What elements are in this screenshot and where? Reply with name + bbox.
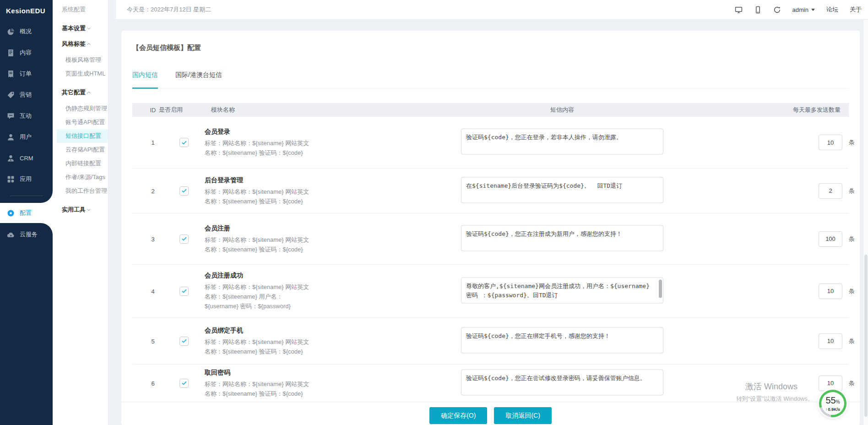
enabled-checkbox[interactable] — [179, 234, 189, 244]
enabled-checkbox[interactable] — [179, 337, 189, 346]
phone-icon[interactable] — [754, 6, 762, 14]
sms-content-textarea[interactable]: 验证码${code}，您正在绑定手机号，感谢您的支持！ — [461, 327, 663, 353]
tab-domestic-sms[interactable]: 国内短信 — [132, 71, 158, 89]
sidebar-item-config[interactable]: 配置 — [0, 203, 53, 223]
forum-link[interactable]: 论坛 — [826, 5, 838, 14]
nav-sub-item[interactable]: 账号通API配置 — [53, 115, 108, 129]
nav-sub-item[interactable]: 作者/来源/Tags — [53, 170, 108, 184]
sidebar-item-2[interactable]: 订单 — [0, 63, 53, 84]
module-desc: 标签：网站名称：${sitename} 网站英文名称：${siteename} … — [205, 234, 314, 254]
module-desc-line: 标签：网站名称：${sitename} 网站英文 — [205, 186, 314, 196]
daily-limit-input[interactable] — [819, 135, 842, 150]
progress-ring: 55% ↑0.9K/s — [821, 392, 844, 415]
daily-limit-input[interactable] — [819, 183, 842, 199]
nav-sub-item-active[interactable]: 短信接口配置 — [57, 129, 108, 143]
upload-arrow-icon: ↑ — [825, 407, 828, 412]
refresh-icon[interactable] — [773, 6, 781, 14]
nav-section-children: 伪静态规则管理账号通API配置短信接口配置云存储API配置内部链接配置作者/来源… — [53, 102, 108, 198]
order-icon — [7, 70, 15, 78]
page-title: 【会员短信模板】配置 — [132, 44, 201, 52]
col-id-header: ID — [147, 103, 158, 117]
module-name: 取回密码 — [205, 368, 314, 376]
row-id: 3 — [147, 235, 158, 242]
app-logo: KesionEDU — [0, 0, 53, 21]
sidebar-item-label: 配置 — [20, 209, 32, 217]
module-desc: 标签：网站名称：${sitename} 网站英文名称：${siteename} … — [205, 186, 314, 206]
nav-section: 基本设置 — [53, 21, 108, 36]
daily-limit-input[interactable] — [819, 333, 842, 349]
sms-content-textarea[interactable]: 在${sitename}后台登录验证码为${code}。 回TD退订 — [461, 177, 663, 203]
sidebar-item-3[interactable]: 营销 — [0, 84, 53, 105]
nav-sub-item[interactable]: 模板风格管理 — [53, 53, 108, 67]
nav-sub-item[interactable]: 页面生成HTML — [53, 67, 108, 81]
nav-section-header-1[interactable]: 风格标签 — [53, 36, 108, 52]
module-cell: 后台登录管理 标签：网站名称：${sitename} 网站英文名称：${site… — [205, 176, 314, 206]
enabled-checkbox[interactable] — [179, 379, 189, 388]
table-row: 5 会员绑定手机 标签：网站名称：${sitename} 网站英文名称：${si… — [132, 318, 849, 365]
sidebar-item-cloud[interactable]: 云服务 — [0, 224, 53, 245]
content-cell: 在${sitename}后台登录验证码为${code}。 回TD退订 — [461, 177, 663, 205]
nav-section-header-0[interactable]: 基本设置 — [53, 21, 108, 36]
secondary-nav: 基本设置风格标签模板风格管理页面生成HTML其它配置伪静态规则管理账号通API配… — [53, 21, 108, 218]
enabled-checkbox[interactable] — [179, 186, 189, 196]
sidebar-item-0[interactable]: 概况 — [0, 21, 53, 42]
col-module-header: 模块名称 — [211, 103, 235, 117]
primary-sidebar-top-panel: KesionEDU 概况内容订单营销互动用户CRM应用 — [0, 0, 53, 203]
about-link[interactable]: 关于 — [850, 5, 862, 14]
nav-sub-item[interactable]: 内部链接配置 — [53, 157, 108, 170]
nav-sub-item[interactable]: 我的工作台管理 — [53, 184, 108, 198]
unit-label: 条 — [849, 287, 855, 295]
nav-section-header-2[interactable]: 其它配置 — [53, 85, 108, 100]
limit-cell: 条 — [819, 283, 855, 299]
sms-content-textarea[interactable]: 尊敬的客户,${sitename}网会员注册成功，用户名：${username}… — [461, 277, 663, 303]
scrollbar-thumb[interactable] — [864, 255, 868, 417]
secondary-sidebar: 系统配置 基本设置风格标签模板风格管理页面生成HTML其它配置伪静态规则管理账号… — [53, 0, 108, 425]
date-text: 今天是：2022年7月12日 星期二 — [127, 5, 735, 14]
sidebar-item-1[interactable]: 内容 — [0, 42, 53, 63]
table-header: ID 是否启用 模块名称 短信内容 每天最多发送数量 — [132, 103, 849, 117]
sms-content-textarea[interactable]: 验证码${code}，您正在注册成为新用户，感谢您的支持！ — [461, 225, 663, 251]
module-desc-line: 名称：${siteename} 验证码：${code} — [205, 148, 314, 158]
module-desc-line: 名称：${siteename} 验证码：${code} — [205, 244, 314, 254]
sidebar-item-5[interactable]: 用户 — [0, 126, 53, 147]
sms-content-textarea[interactable]: 验证码${code}，您正在尝试修改登录密码，请妥善保管账户信息。 — [461, 369, 663, 395]
tab-bar: 国内短信国际/港澳台短信 — [132, 71, 849, 88]
tab-intl-sms[interactable]: 国际/港澳台短信 — [175, 71, 222, 88]
upload-speed: ↑0.9K/s — [825, 407, 840, 412]
daily-limit-input[interactable] — [819, 231, 842, 247]
download-progress-badge[interactable]: 55% ↑0.9K/s — [819, 390, 846, 417]
topbar: 今天是：2022年7月12日 星期二 admin 论坛 关于 — [116, 0, 868, 20]
daily-limit-input[interactable] — [819, 283, 842, 299]
sidebar-item-4[interactable]: 互动 — [0, 105, 53, 126]
cloud-icon — [7, 231, 15, 239]
nav-sub-item[interactable]: 云存储API配置 — [53, 143, 108, 157]
sidebar-item-label: 应用 — [20, 175, 32, 183]
module-desc-line: 标签：网站名称：${sitename} 网站英文 — [205, 379, 314, 388]
cancel-button[interactable]: 取消返回(C) — [494, 407, 551, 424]
sidebar-item-label: 云服务 — [20, 230, 38, 239]
nav-section: 风格标签模板风格管理页面生成HTML — [53, 36, 108, 81]
monitor-icon[interactable] — [735, 6, 743, 14]
sms-content-textarea[interactable]: 验证码${code}，您正在登录，若非本人操作，请勿泄露。 — [461, 129, 663, 155]
limit-cell: 条 — [819, 333, 855, 349]
user-icon — [7, 133, 15, 141]
table-row: 3 会员注册 标签：网站名称：${sitename} 网站英文名称：${site… — [132, 213, 849, 265]
unit-label: 条 — [849, 187, 855, 195]
vertical-scrollbar[interactable] — [863, 20, 868, 425]
daily-limit-input[interactable] — [819, 376, 842, 391]
textarea-scrollbar-thumb[interactable] — [659, 279, 662, 298]
unit-label: 条 — [849, 337, 855, 345]
admin-menu[interactable]: admin — [792, 6, 815, 13]
nav-sub-item[interactable]: 伪静态规则管理 — [53, 102, 108, 115]
sidebar-item-7[interactable]: 应用 — [0, 169, 53, 190]
row-id: 2 — [147, 187, 158, 194]
save-button[interactable]: 确定保存(O) — [429, 407, 487, 424]
limit-cell: 条 — [819, 231, 855, 247]
sidebar-item-label: 内容 — [20, 49, 32, 57]
enabled-checkbox[interactable] — [179, 287, 189, 296]
sidebar-item-6[interactable]: CRM — [0, 147, 53, 169]
enabled-checkbox[interactable] — [179, 138, 189, 147]
nav-section-header-3[interactable]: 实用工具 — [53, 202, 108, 218]
module-cell: 会员注册成功 标签：网站名称：${sitename} 网站英文名称：${site… — [205, 272, 314, 311]
primary-nav: 概况内容订单营销互动用户CRM应用 — [0, 21, 53, 190]
